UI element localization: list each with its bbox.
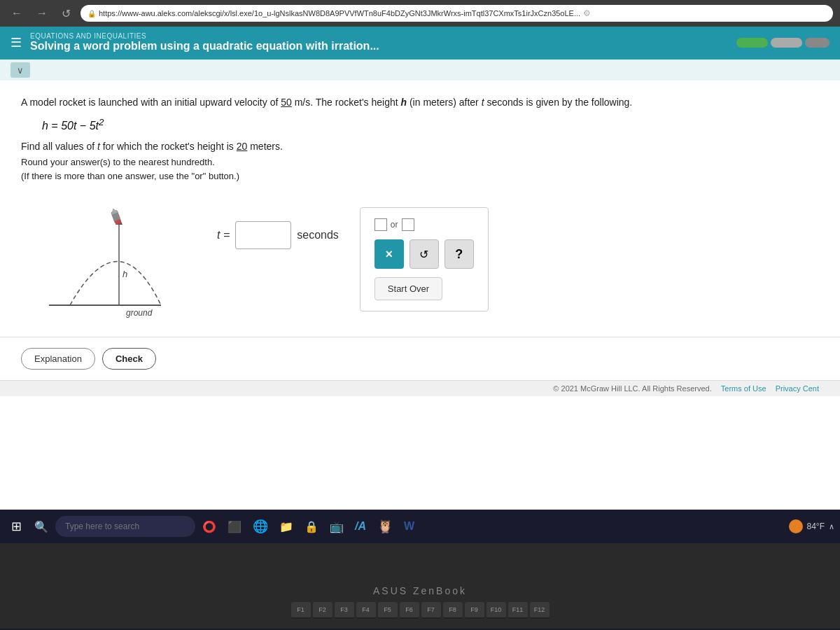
header-left: ☰ EQUATIONS AND INEQUALITIES Solving a w…	[10, 32, 379, 52]
round-text: Round your answer(s) to the nearest hund…	[21, 155, 819, 183]
key-f12[interactable]: F12	[530, 602, 550, 619]
system-tray: 84°F ∧	[789, 519, 834, 533]
key-f5[interactable]: F5	[378, 602, 398, 619]
progress-pill-1	[736, 38, 768, 48]
key-f7[interactable]: F7	[421, 602, 441, 619]
progress-pill-3	[805, 38, 830, 48]
key-f3[interactable]: F3	[335, 602, 354, 619]
terms-link[interactable]: Terms of Use	[721, 384, 766, 393]
or-label: or	[391, 220, 398, 230]
key-f8[interactable]: F8	[443, 602, 463, 619]
taskview-icon[interactable]: ⬛	[223, 517, 246, 536]
taskbar-search[interactable]	[55, 516, 195, 537]
files-icon[interactable]: 📁	[275, 517, 298, 536]
start-button[interactable]: ⊞	[6, 516, 27, 537]
key-f4[interactable]: F4	[356, 602, 376, 619]
problem-intro: A model rocket is launched with an initi…	[21, 94, 819, 111]
collapse-row: ∨	[0, 59, 840, 80]
collapse-button[interactable]: ∨	[10, 62, 30, 78]
address-bar[interactable]: 🔒 https://www-awu.aleks.com/alekscgi/x/l…	[80, 5, 833, 22]
duolingo-icon[interactable]: 🦉	[373, 516, 397, 537]
forward-button[interactable]: →	[32, 6, 52, 21]
edge-icon[interactable]: 🌐	[248, 516, 272, 537]
search-icon[interactable]: 🔍	[30, 517, 52, 536]
key-f6[interactable]: F6	[400, 602, 419, 619]
lock-icon: 🔒	[88, 10, 96, 18]
key-f11[interactable]: F11	[508, 602, 528, 619]
math-formula: h = 50t − 5t2	[42, 117, 819, 132]
progress-pill-2	[771, 38, 802, 48]
or-box: or × ↺ ? Start Over	[360, 207, 489, 312]
cortana-icon[interactable]: ⭕	[198, 517, 220, 536]
rocket-svg: ground h	[7, 197, 203, 323]
or-row: or	[374, 218, 474, 231]
back-button[interactable]: ←	[7, 6, 27, 21]
section-label: EQUATIONS AND INEQUALITIES	[30, 32, 379, 40]
key-f2[interactable]: F2	[313, 602, 332, 619]
refresh-button[interactable]: ↺	[57, 6, 75, 22]
word-icon[interactable]: W	[400, 517, 419, 536]
header-right	[736, 38, 830, 48]
key-f9[interactable]: F9	[465, 602, 484, 619]
action-buttons-row: × ↺ ?	[374, 239, 474, 269]
copyright-text: © 2021 McGraw Hill LLC. All Rights Reser…	[553, 384, 711, 393]
problem-area: A model rocket is launched with an initi…	[0, 80, 840, 190]
video-icon[interactable]: 📺	[326, 517, 348, 536]
answer-section: t = seconds	[217, 197, 339, 249]
seconds-label: seconds	[297, 229, 339, 241]
rocket-diagram: ground h	[7, 197, 203, 323]
answer-input-row: t = seconds	[217, 221, 339, 249]
problem-title: Solving a word problem using a quadratic…	[30, 40, 379, 52]
find-text: Find all values of t for which the rocke…	[21, 141, 819, 152]
hamburger-menu[interactable]: ☰	[10, 35, 22, 50]
extension-icon: ⚙	[583, 8, 591, 18]
check-button[interactable]: Check	[102, 348, 156, 370]
caret-icon[interactable]: ∧	[829, 522, 834, 531]
header-bar: ☰ EQUATIONS AND INEQUALITIES Solving a w…	[0, 27, 840, 59]
or-action-section: or × ↺ ? Start Over	[360, 207, 489, 312]
interaction-area: ground h t	[0, 190, 840, 330]
notification-dot	[789, 519, 803, 533]
temperature: 84°F	[807, 522, 825, 531]
start-over-button[interactable]: Start Over	[374, 277, 442, 300]
or-checkbox-2[interactable]	[402, 218, 414, 231]
privacy-link[interactable]: Privacy Cent	[776, 384, 819, 393]
key-f1[interactable]: F1	[291, 602, 311, 619]
lock-taskbar-icon[interactable]: 🔒	[300, 517, 323, 536]
svg-text:h: h	[122, 269, 127, 279]
url-text: https://www-awu.aleks.com/alekscgi/x/lsl…	[99, 9, 580, 18]
undo-button[interactable]: ↺	[410, 239, 439, 269]
key-f10[interactable]: F10	[486, 602, 506, 619]
answer-input[interactable]	[235, 221, 291, 249]
function-key-row: F1 F2 F3 F4 F5 F6 F7 F8 F9 F10 F11 F12	[291, 602, 550, 619]
main-content: ☰ EQUATIONS AND INEQUALITIES Solving a w…	[0, 27, 840, 510]
explanation-button[interactable]: Explanation	[21, 348, 95, 370]
browser-chrome: ← → ↺ 🔒 https://www-awu.aleks.com/aleksc…	[0, 0, 840, 27]
taskbar: ⊞ 🔍 ⭕ ⬛ 🌐 📁 🔒 📺 /A 🦉 W 84°F ∧	[0, 510, 840, 543]
laptop-brand: ASUS ZenBook	[373, 585, 467, 596]
clear-button[interactable]: ×	[374, 239, 404, 269]
copyright-bar: © 2021 McGraw Hill LLC. All Rights Reser…	[0, 380, 840, 396]
font-icon[interactable]: /A	[351, 517, 370, 536]
ground-text: ground	[126, 308, 153, 318]
help-button[interactable]: ?	[444, 239, 474, 269]
header-text: EQUATIONS AND INEQUALITIES Solving a wor…	[30, 32, 379, 52]
t-equals-label: t =	[217, 229, 230, 241]
bottom-buttons: Explanation Check	[0, 337, 840, 380]
or-checkbox-1[interactable]	[374, 218, 387, 231]
laptop-bottom: ASUS ZenBook F1 F2 F3 F4 F5 F6 F7 F8 F9 …	[0, 543, 840, 629]
